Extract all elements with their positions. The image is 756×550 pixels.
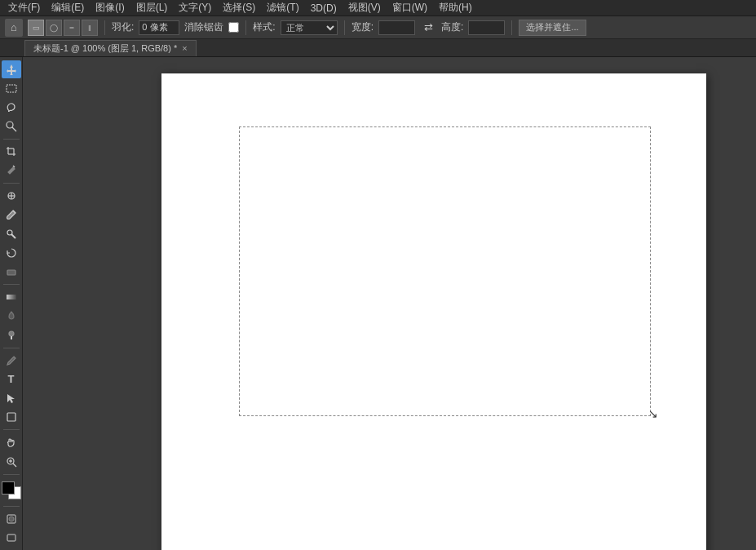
magic-wand-tool[interactable] bbox=[2, 118, 21, 135]
tab-close-icon[interactable]: × bbox=[182, 44, 187, 53]
tool-sep-3 bbox=[3, 284, 20, 285]
dodge-tool[interactable] bbox=[2, 326, 21, 344]
quick-mask-tool[interactable] bbox=[2, 510, 21, 528]
menu-text[interactable]: 文字(Y) bbox=[174, 0, 216, 16]
crop-tool[interactable] bbox=[2, 143, 21, 161]
svg-line-21 bbox=[13, 464, 16, 467]
menu-file[interactable]: 文件(F) bbox=[3, 0, 45, 16]
brush-tool[interactable] bbox=[2, 206, 21, 224]
width-label: 宽度: bbox=[351, 20, 374, 34]
single-row-btn[interactable]: ═ bbox=[64, 20, 80, 36]
tab-bar: 未标题-1 @ 100% (图层 1, RGB/8) * × bbox=[0, 39, 756, 57]
document-tab[interactable]: 未标题-1 @ 100% (图层 1, RGB/8) * × bbox=[24, 40, 197, 56]
options-bar: ⌂ ▭ ◯ ═ ‖ 羽化: 消除锯齿 样式: 正常 固定比例 固定大小 宽度: … bbox=[0, 16, 756, 39]
tool-sep-1 bbox=[3, 139, 20, 140]
menu-help[interactable]: 帮助(H) bbox=[434, 0, 477, 16]
selection-marquee: ↘ bbox=[239, 126, 651, 416]
eyedropper-tool[interactable] bbox=[2, 162, 21, 180]
toolbox: T bbox=[0, 57, 23, 550]
style-select[interactable]: 正常 固定比例 固定大小 bbox=[281, 20, 338, 35]
tool-sep-6 bbox=[3, 474, 20, 475]
svg-line-2 bbox=[12, 127, 16, 131]
separator-1 bbox=[104, 20, 105, 35]
pen-tool[interactable] bbox=[2, 352, 21, 370]
document-canvas: ↘ bbox=[161, 73, 706, 550]
style-label: 样式: bbox=[253, 20, 275, 34]
rect-marquee-tool[interactable] bbox=[2, 79, 21, 97]
svg-rect-19 bbox=[7, 413, 15, 421]
menu-bar: 文件(F) 编辑(E) 图像(I) 图层(L) 文字(Y) 选择(S) 滤镜(T… bbox=[0, 0, 756, 16]
menu-view[interactable]: 视图(V) bbox=[343, 0, 386, 16]
blur-tool[interactable] bbox=[2, 307, 21, 325]
zoom-tool[interactable] bbox=[2, 452, 21, 470]
svg-marker-18 bbox=[7, 394, 15, 403]
menu-select[interactable]: 选择(S) bbox=[218, 0, 260, 16]
menu-layer[interactable]: 图层(L) bbox=[131, 0, 173, 16]
svg-marker-0 bbox=[7, 64, 16, 75]
tool-sep-5 bbox=[3, 429, 20, 430]
feather-input[interactable] bbox=[139, 20, 179, 35]
menu-3d[interactable]: 3D(D) bbox=[306, 2, 342, 15]
rect-marquee-btn[interactable]: ▭ bbox=[28, 20, 44, 36]
healing-brush-tool[interactable] bbox=[2, 187, 21, 205]
canvas-area[interactable]: ↘ bbox=[23, 57, 756, 550]
anti-alias-label: 消除锯齿 bbox=[184, 20, 223, 34]
svg-rect-1 bbox=[7, 85, 16, 92]
shape-tool[interactable] bbox=[2, 408, 21, 426]
svg-rect-15 bbox=[7, 295, 16, 299]
single-col-btn[interactable]: ‖ bbox=[82, 20, 98, 36]
tab-label: 未标题-1 @ 100% (图层 1, RGB/8) * bbox=[33, 42, 177, 55]
move-tool[interactable] bbox=[2, 60, 21, 78]
screen-mode-tool[interactable] bbox=[2, 529, 21, 547]
height-label: 高度: bbox=[441, 20, 463, 34]
tool-sep-4 bbox=[3, 348, 20, 348]
text-tool-icon: T bbox=[8, 373, 15, 385]
path-selection-tool[interactable] bbox=[2, 389, 21, 407]
select-refine-button[interactable]: 选择并遮住... bbox=[519, 20, 586, 36]
history-brush-tool[interactable] bbox=[2, 244, 21, 262]
separator-2 bbox=[245, 20, 246, 35]
svg-point-3 bbox=[7, 122, 13, 128]
lasso-tool[interactable] bbox=[2, 98, 21, 116]
separator-4 bbox=[511, 20, 512, 35]
eraser-tool[interactable] bbox=[2, 263, 21, 281]
ellipse-marquee-btn[interactable]: ◯ bbox=[46, 20, 62, 36]
text-tool[interactable]: T bbox=[2, 370, 21, 388]
svg-rect-14 bbox=[7, 270, 15, 275]
anti-alias-checkbox[interactable] bbox=[228, 22, 239, 33]
main-area: T ↘ bbox=[0, 57, 756, 550]
svg-point-16 bbox=[9, 331, 14, 336]
height-input[interactable] bbox=[468, 20, 505, 35]
menu-filter[interactable]: 滤镜(T) bbox=[262, 0, 303, 16]
tool-sep-7 bbox=[3, 506, 20, 507]
svg-point-25 bbox=[9, 517, 14, 521]
foreground-color[interactable] bbox=[2, 481, 15, 495]
menu-window[interactable]: 窗口(W) bbox=[387, 0, 432, 16]
home-button[interactable]: ⌂ bbox=[5, 19, 23, 37]
color-swatches[interactable] bbox=[2, 481, 21, 499]
separator-3 bbox=[344, 20, 345, 35]
feather-label: 羽化: bbox=[112, 20, 134, 34]
hand-tool[interactable] bbox=[2, 433, 21, 451]
menu-edit[interactable]: 编辑(E) bbox=[46, 0, 89, 16]
swap-dimensions-icon[interactable]: ⇄ bbox=[420, 20, 436, 36]
width-input[interactable] bbox=[378, 20, 415, 35]
gradient-tool[interactable] bbox=[2, 288, 21, 306]
marquee-shape-selector: ▭ ◯ ═ ‖ bbox=[28, 20, 98, 36]
clone-stamp-tool[interactable] bbox=[2, 224, 21, 242]
tool-sep-2 bbox=[3, 183, 20, 184]
menu-image[interactable]: 图像(I) bbox=[91, 0, 129, 16]
resize-cursor-icon: ↘ bbox=[648, 407, 657, 420]
svg-rect-26 bbox=[7, 534, 15, 541]
